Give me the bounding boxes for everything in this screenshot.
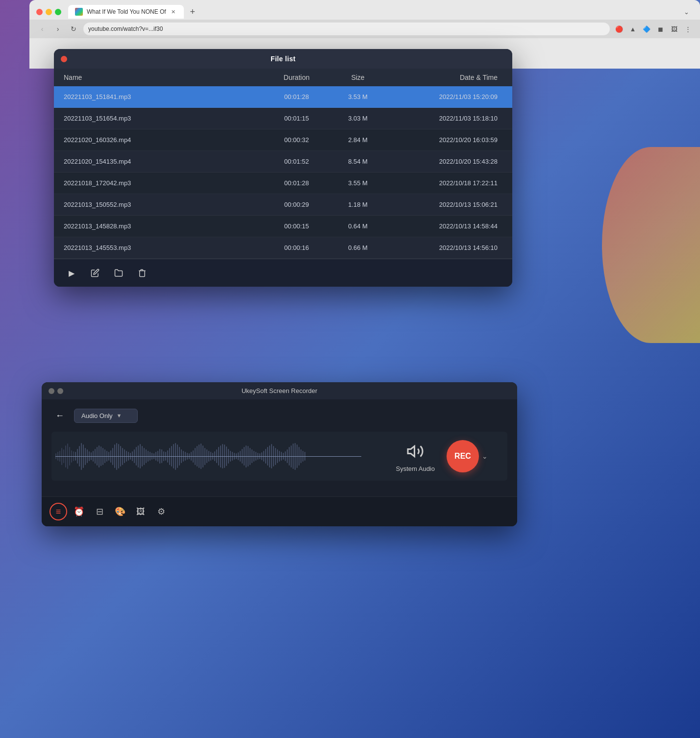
cell-duration: 00:01:52	[262, 158, 331, 165]
bottom-toolbar: ≡⏰⊟🎨🖼⚙	[42, 496, 517, 526]
recorder-title: UkeySoft Screen Recorder	[242, 387, 318, 394]
title-dot	[61, 56, 67, 62]
delete-button[interactable]	[134, 265, 150, 281]
audio-controls: System Audio REC ⌄	[396, 440, 488, 472]
cell-size: 3.03 M	[331, 115, 385, 122]
ext-icon-1[interactable]: 🔴	[614, 24, 625, 34]
cell-name: 20221103_151654.mp3	[64, 115, 262, 122]
cell-datetime: 2022/10/13 14:58:44	[385, 222, 502, 230]
table-row[interactable]: 20221103_151841.mp3 00:01:28 3.53 M 2022…	[54, 86, 512, 108]
window-dots	[36, 9, 61, 15]
browser-extension-icons: 🔴 ▲ 🔷 ◼ 🖼 ⋮	[614, 24, 693, 34]
rec-dot-1	[49, 388, 54, 394]
table-row[interactable]: 20221020_154135.mp4 00:01:52 8.54 M 2022…	[54, 151, 512, 172]
forward-button[interactable]: ›	[52, 23, 64, 35]
file-list-window: File list Name Duration Size Date & Time…	[54, 49, 512, 287]
cell-datetime: 2022/10/20 15:43:28	[385, 158, 502, 165]
col-name-header: Name	[64, 74, 262, 81]
new-tab-button[interactable]: +	[186, 5, 200, 19]
system-audio-label: System Audio	[396, 465, 435, 472]
cell-size: 8.54 M	[331, 158, 385, 165]
close-dot[interactable]	[36, 9, 43, 15]
file-list-toolbar: ▶	[54, 259, 512, 287]
system-audio-control[interactable]: System Audio	[396, 441, 435, 472]
ext-icon-2[interactable]: ▲	[627, 24, 638, 34]
bg-decoration	[602, 147, 700, 343]
tab-overflow-button[interactable]: ⌄	[680, 6, 693, 18]
rec-button[interactable]: REC	[447, 440, 479, 472]
recorder-back-button[interactable]: ←	[51, 407, 68, 424]
browser-nav: ‹ › ↻ youtube.com/watch?v=...if30 🔴 ▲ 🔷 …	[29, 20, 700, 38]
table-row[interactable]: 20221018_172042.mp3 00:01:28 3.55 M 2022…	[54, 172, 512, 194]
col-size-header: Size	[331, 74, 385, 81]
cell-name: 20221013_150552.mp3	[64, 201, 262, 208]
split-button[interactable]: ⊟	[91, 503, 108, 520]
omnibox[interactable]: youtube.com/watch?v=...if30	[83, 23, 610, 35]
rec-dot-2	[57, 388, 63, 394]
settings-button[interactable]: ⚙	[152, 503, 170, 520]
play-button[interactable]: ▶	[64, 265, 79, 281]
table-body: 20221103_151841.mp3 00:01:28 3.53 M 2022…	[54, 86, 512, 259]
cell-duration: 00:00:32	[262, 136, 331, 144]
cell-duration: 00:00:15	[262, 222, 331, 230]
cell-datetime: 2022/10/13 14:56:10	[385, 244, 502, 251]
reload-button[interactable]: ↻	[68, 23, 79, 35]
cell-size: 2.84 M	[331, 136, 385, 144]
cell-duration: 00:01:28	[262, 93, 331, 100]
edit-button[interactable]	[87, 265, 103, 281]
browser-menu-button[interactable]: ⋮	[682, 24, 693, 34]
cell-name: 20221103_151841.mp3	[64, 93, 262, 100]
table-row[interactable]: 20221013_150552.mp3 00:00:29 1.18 M 2022…	[54, 194, 512, 216]
cell-datetime: 2022/11/03 15:18:10	[385, 115, 502, 122]
ext-icon-3[interactable]: 🔷	[641, 24, 652, 34]
browser-tab[interactable]: What If We Told You NONE Of ✕	[68, 5, 184, 19]
tab-favicon	[75, 8, 83, 16]
col-datetime-header: Date & Time	[385, 74, 502, 81]
recorder-body: ← Audio Only ▼ System Aud	[42, 399, 517, 496]
cell-duration: 00:01:15	[262, 115, 331, 122]
cell-name: 20221020_160326.mp4	[64, 136, 262, 144]
image-button[interactable]: 🖼	[132, 503, 150, 520]
file-list-table: Name Duration Size Date & Time 20221103_…	[54, 69, 512, 259]
cell-duration: 00:00:29	[262, 201, 331, 208]
tab-close-button[interactable]: ✕	[170, 8, 177, 15]
mode-label: Audio Only	[81, 412, 113, 419]
cell-datetime: 2022/11/03 15:20:09	[385, 93, 502, 100]
browser-tab-bar: What If We Told You NONE Of ✕ + ⌄	[29, 0, 700, 19]
palette-button[interactable]: 🎨	[111, 503, 129, 520]
recorder-titlebar: UkeySoft Screen Recorder	[42, 382, 517, 399]
cell-datetime: 2022/10/13 15:06:21	[385, 201, 502, 208]
cell-duration: 00:01:28	[262, 179, 331, 187]
open-folder-button[interactable]	[111, 265, 126, 281]
table-row[interactable]: 20221020_160326.mp4 00:00:32 2.84 M 2022…	[54, 129, 512, 151]
tab-title: What If We Told You NONE Of	[87, 8, 166, 15]
timer-button[interactable]: ⏰	[70, 503, 88, 520]
ext-icon-5[interactable]: 🖼	[669, 24, 679, 34]
maximize-dot[interactable]	[55, 9, 61, 15]
waveform-area: System Audio REC ⌄	[51, 432, 507, 481]
back-button[interactable]: ‹	[36, 23, 48, 35]
rec-button-area: REC ⌄	[447, 440, 488, 472]
cell-size: 0.66 M	[331, 244, 385, 251]
table-row[interactable]: 20221013_145828.mp3 00:00:15 0.64 M 2022…	[54, 216, 512, 237]
cell-name: 20221020_154135.mp4	[64, 158, 262, 165]
mode-dropdown[interactable]: Audio Only ▼	[74, 409, 138, 423]
cell-name: 20221013_145828.mp3	[64, 222, 262, 230]
file-list-button[interactable]: ≡	[50, 503, 67, 520]
table-row[interactable]: 20221013_145553.mp3 00:00:16 0.66 M 2022…	[54, 237, 512, 259]
recorder-controls-row: ← Audio Only ▼	[51, 407, 507, 424]
svg-marker-0	[408, 446, 415, 456]
cell-size: 1.18 M	[331, 201, 385, 208]
file-list-title: File list	[271, 55, 296, 63]
ext-icon-4[interactable]: ◼	[655, 24, 666, 34]
cell-name: 20221018_172042.mp3	[64, 179, 262, 187]
rec-dropdown-icon[interactable]: ⌄	[482, 452, 488, 460]
table-row[interactable]: 20221103_151654.mp3 00:01:15 3.03 M 2022…	[54, 108, 512, 129]
cell-size: 3.53 M	[331, 93, 385, 100]
file-list-titlebar: File list	[54, 49, 512, 69]
cell-datetime: 2022/10/18 17:22:11	[385, 179, 502, 187]
recorder-dots	[49, 388, 63, 394]
waveform-center-line	[55, 456, 361, 457]
dropdown-arrow-icon: ▼	[117, 413, 122, 418]
minimize-dot[interactable]	[46, 9, 52, 15]
